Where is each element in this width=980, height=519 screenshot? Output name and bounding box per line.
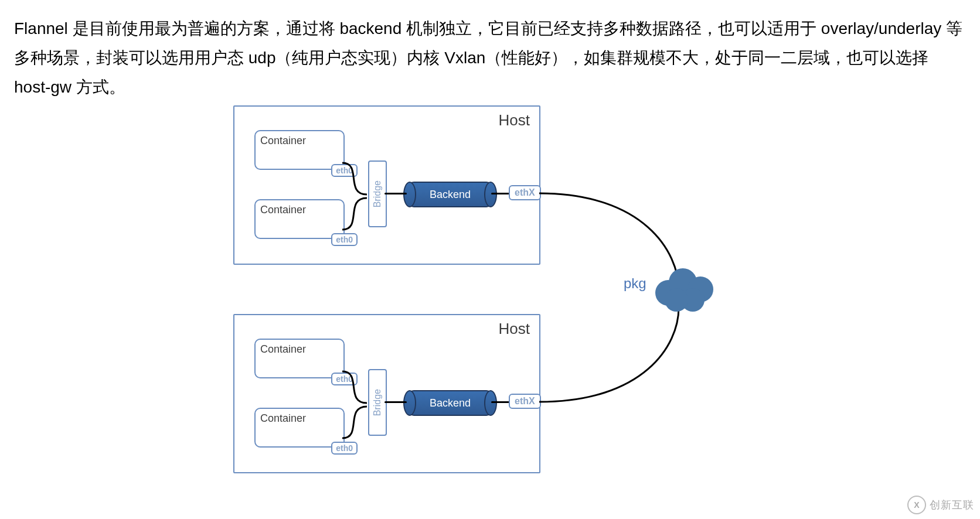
container-label: Container [260, 135, 306, 147]
watermark-logo-icon: X [907, 496, 926, 514]
container-box: Container eth0 [254, 199, 345, 239]
description-text: Flannel 是目前使用最为普遍的方案，通过将 backend 机制独立，它目… [14, 14, 966, 102]
wire-backend-ethx [491, 193, 510, 194]
host-box-bottom: Host Container eth0 Container eth0 Bridg… [233, 314, 540, 473]
container-label: Container [260, 343, 306, 356]
ethx-badge: ethX [509, 394, 541, 409]
bridge-label: Bridge [372, 180, 383, 207]
container-box: Container eth0 [254, 408, 345, 448]
container-box: Container eth0 [254, 130, 345, 170]
backend-box: Backend [408, 390, 492, 416]
bridge-label: Bridge [372, 389, 383, 416]
svg-point-4 [665, 288, 688, 312]
watermark-text: 创新互联 [930, 498, 974, 512]
network-diagram: Host Container eth0 Container eth0 Bridg… [0, 94, 980, 515]
wire-backend-ethx [491, 401, 510, 403]
cloud-icon [651, 264, 721, 316]
backend-label: Backend [430, 397, 471, 409]
container-label: Container [260, 412, 306, 425]
container-box: Container eth0 [254, 339, 345, 378]
eth0-badge: eth0 [331, 164, 358, 177]
watermark: X 创新互联 [907, 496, 974, 514]
backend-label: Backend [430, 189, 471, 201]
eth0-badge: eth0 [331, 373, 358, 385]
ethx-badge: ethX [509, 185, 541, 200]
wire-bridge-backend [384, 193, 407, 194]
container-label: Container [260, 204, 306, 216]
backend-box: Backend [408, 182, 492, 207]
host-label: Host [499, 320, 530, 338]
eth0-badge: eth0 [331, 233, 358, 246]
eth0-badge: eth0 [331, 442, 358, 455]
host-box-top: Host Container eth0 Container eth0 Bridg… [233, 105, 540, 265]
wire-bridge-backend [384, 401, 407, 403]
host-label: Host [499, 111, 530, 129]
pkg-label: pkg [624, 275, 646, 292]
